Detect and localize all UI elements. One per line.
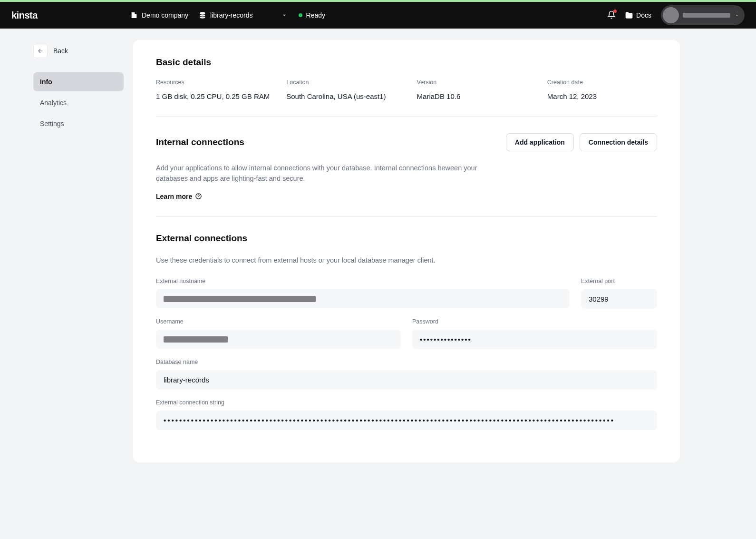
app-header: kinsta Demo company library-records Read… [0, 2, 756, 29]
chevron-down-icon [281, 11, 288, 19]
back-button[interactable] [33, 44, 48, 58]
resources-value: 1 GB disk, 0.25 CPU, 0.25 GB RAM [156, 92, 277, 100]
external-hostname-label: External hostname [156, 278, 570, 284]
creation-date-value: March 12, 2023 [547, 92, 657, 100]
external-port-label: External port [581, 278, 657, 284]
avatar [663, 7, 679, 23]
external-connections-description: Use these credentials to connect from ex… [156, 255, 489, 265]
external-connections-title: External connections [156, 233, 657, 244]
add-application-button[interactable]: Add application [506, 133, 574, 151]
docs-link[interactable]: Docs [625, 11, 651, 19]
learn-more-link[interactable]: Learn more [156, 193, 202, 200]
connection-string-field[interactable]: ••••••••••••••••••••••••••••••••••••••••… [156, 411, 657, 430]
external-hostname-redacted [164, 296, 316, 302]
database-name: library-records [210, 11, 252, 19]
company-selector[interactable]: Demo company [130, 11, 188, 19]
arrow-left-icon [37, 48, 44, 54]
location-label: Location [286, 79, 407, 86]
user-menu[interactable] [661, 5, 745, 25]
password-label: Password [412, 318, 657, 325]
learn-more-label: Learn more [156, 193, 192, 200]
kinsta-logo[interactable]: kinsta [11, 10, 130, 21]
username-field[interactable] [156, 330, 401, 349]
back-label: Back [53, 47, 68, 55]
version-value: MariaDB 10.6 [417, 92, 538, 100]
database-icon [199, 11, 206, 19]
connection-string-label: External connection string [156, 399, 657, 406]
internal-connections-description: Add your applications to allow internal … [156, 163, 489, 184]
database-name-field[interactable]: library-records [156, 370, 657, 390]
location-value: South Carolina, USA (us-east1) [286, 92, 407, 100]
sidebar-item-info[interactable]: Info [33, 72, 124, 91]
content-card: Basic details Resources 1 GB disk, 0.25 … [133, 40, 680, 462]
chevron-down-icon [734, 12, 740, 18]
resources-label: Resources [156, 79, 277, 86]
sidebar: Back Info Analytics Settings [0, 29, 133, 462]
external-port-field[interactable]: 30299 [581, 289, 657, 309]
basic-details-title: Basic details [156, 57, 657, 68]
user-name-redacted [683, 13, 730, 18]
username-redacted [164, 336, 228, 343]
docs-label: Docs [636, 11, 651, 19]
sidebar-item-settings[interactable]: Settings [33, 114, 124, 133]
help-circle-icon [195, 193, 202, 200]
sidebar-item-analytics[interactable]: Analytics [33, 93, 124, 112]
internal-connections-title: Internal connections [156, 137, 244, 147]
building-icon [130, 11, 138, 19]
password-field[interactable]: ••••••••••••••• [412, 330, 657, 349]
notification-badge [613, 10, 617, 13]
notifications-button[interactable] [607, 10, 616, 20]
external-hostname-field[interactable] [156, 289, 570, 308]
status-dot-icon [299, 13, 302, 17]
version-label: Version [417, 79, 538, 86]
status-text: Ready [306, 11, 325, 19]
database-selector[interactable]: library-records [199, 11, 288, 19]
username-label: Username [156, 318, 401, 325]
database-name-label: Database name [156, 359, 657, 365]
status-indicator: Ready [299, 11, 325, 19]
folder-icon [625, 11, 633, 19]
company-name: Demo company [142, 11, 188, 19]
creation-date-label: Creation date [547, 79, 657, 86]
connection-details-button[interactable]: Connection details [580, 133, 657, 151]
